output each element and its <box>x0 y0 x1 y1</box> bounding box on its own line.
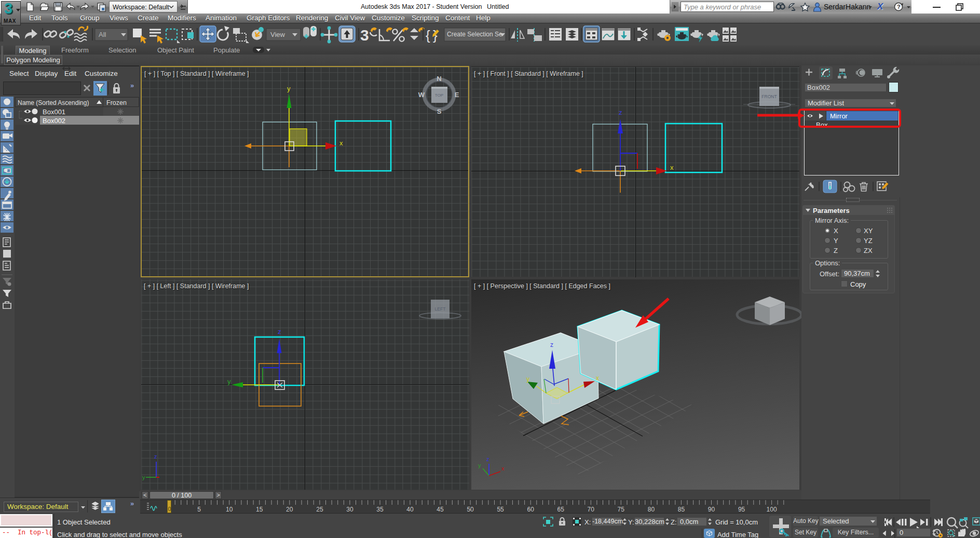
svg-text:70: 70 <box>588 506 595 513</box>
svg-text:Create Selection Se: Create Selection Se <box>447 31 502 38</box>
svg-text:85: 85 <box>678 506 685 513</box>
svg-text:Y: Y <box>834 237 838 245</box>
svg-text:S: S <box>437 107 442 115</box>
svg-text:55: 55 <box>497 506 504 513</box>
svg-text:All: All <box>99 31 106 38</box>
svg-text:y: y <box>142 474 145 480</box>
svg-text:3: 3 <box>360 26 369 44</box>
svg-text:Z: Z <box>834 247 838 254</box>
svg-text:z: z <box>619 109 622 116</box>
svg-text:5: 5 <box>197 506 201 513</box>
svg-text:W: W <box>418 91 425 99</box>
svg-text:20: 20 <box>286 506 293 513</box>
svg-text:y: y <box>287 85 291 92</box>
svg-text:y: y <box>478 462 481 468</box>
svg-text:80: 80 <box>648 506 655 513</box>
svg-text:z: z <box>486 456 489 462</box>
svg-text:x: x <box>339 139 343 147</box>
svg-text:{ }: { } <box>426 28 438 43</box>
svg-text:LEFT: LEFT <box>435 306 446 312</box>
svg-text:y: y <box>526 375 529 383</box>
svg-text:z: z <box>278 328 281 335</box>
svg-text:75: 75 <box>618 506 625 513</box>
svg-text:40: 40 <box>406 506 414 513</box>
svg-text:FRONT: FRONT <box>761 94 777 99</box>
svg-text:z: z <box>550 341 553 348</box>
svg-text:ZX: ZX <box>864 247 873 254</box>
svg-text:10: 10 <box>226 506 233 513</box>
svg-text:?: ? <box>897 4 901 10</box>
svg-text:x: x <box>501 465 505 472</box>
svg-text:50: 50 <box>467 506 474 513</box>
svg-text:y: y <box>227 378 231 385</box>
svg-text:100: 100 <box>767 506 777 513</box>
svg-text:x: x <box>596 374 599 382</box>
svg-text:90: 90 <box>708 506 715 513</box>
svg-text:25: 25 <box>316 506 323 513</box>
svg-text:View: View <box>270 31 285 38</box>
svg-text:YZ: YZ <box>864 237 873 245</box>
svg-text:60: 60 <box>527 506 535 513</box>
svg-text:15: 15 <box>256 506 263 513</box>
svg-text:XY: XY <box>864 227 873 235</box>
svg-text:x: x <box>670 164 674 171</box>
svg-text:45: 45 <box>437 506 444 513</box>
svg-text:E: E <box>455 91 459 99</box>
svg-text:30: 30 <box>346 506 353 513</box>
svg-text:X: X <box>834 227 838 235</box>
svg-text:TOP: TOP <box>435 93 443 98</box>
svg-text:95: 95 <box>738 506 745 513</box>
svg-text:z: z <box>154 453 157 460</box>
svg-text:65: 65 <box>557 506 565 513</box>
svg-text:35: 35 <box>376 506 384 513</box>
svg-text:N: N <box>437 75 441 83</box>
